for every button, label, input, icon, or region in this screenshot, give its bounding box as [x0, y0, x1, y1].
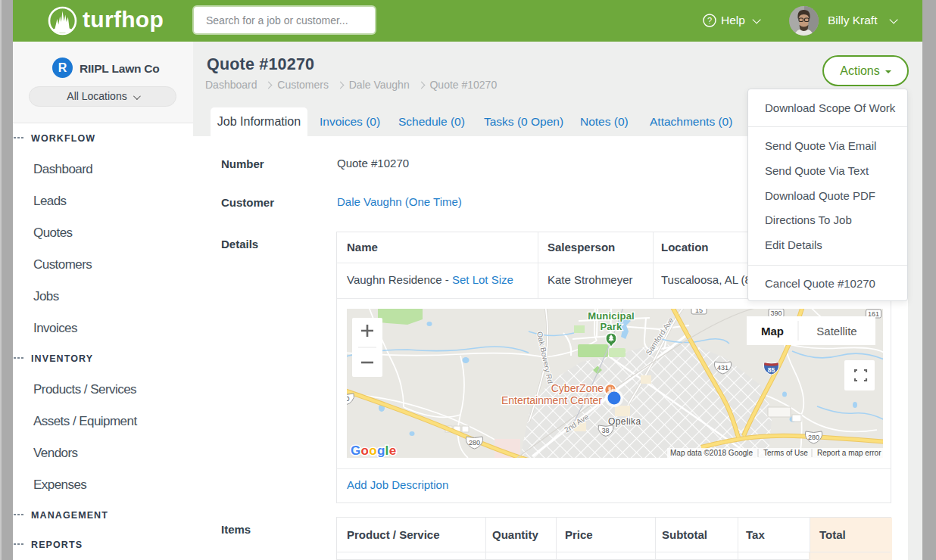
- svg-text:38: 38: [601, 427, 609, 434]
- svg-text:Satellite: Satellite: [816, 325, 856, 338]
- svg-text:280: 280: [808, 434, 819, 441]
- svg-text:Municipal: Municipal: [588, 310, 635, 322]
- svg-text:Terms of Use: Terms of Use: [763, 449, 808, 457]
- svg-text:Report a map error: Report a map error: [817, 449, 881, 457]
- svg-text:Google: Google: [351, 443, 396, 458]
- svg-text:?: ?: [707, 16, 712, 25]
- svg-text:Map data ©2018 Google: Map data ©2018 Google: [670, 449, 753, 457]
- svg-text:85: 85: [768, 366, 775, 374]
- svg-text:Opelika: Opelika: [608, 416, 641, 427]
- svg-text:CyberZone: CyberZone: [551, 382, 604, 394]
- svg-text:390: 390: [770, 310, 782, 317]
- svg-text:Map: Map: [761, 325, 784, 338]
- svg-text:15: 15: [695, 309, 703, 314]
- svg-text:Entertainment Center: Entertainment Center: [501, 394, 602, 406]
- svg-text:Park: Park: [601, 321, 623, 332]
- svg-text:431: 431: [717, 364, 729, 372]
- svg-text:0: 0: [347, 395, 350, 403]
- svg-text:280: 280: [469, 439, 480, 446]
